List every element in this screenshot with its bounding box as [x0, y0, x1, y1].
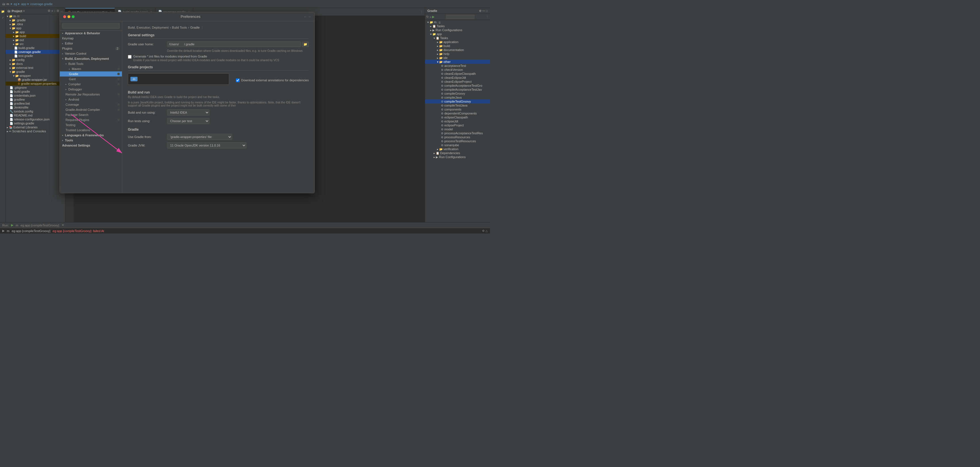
tree-gradle-main[interactable]: ▾ 📂 gradle: [6, 70, 65, 74]
pref-nav-appearance[interactable]: ▸ Appearance & Behavior: [60, 30, 122, 36]
tree-readme[interactable]: 📄 README.md: [6, 113, 65, 117]
right-expand-icon[interactable]: □: [486, 10, 488, 13]
pref-nav-languages[interactable]: ▸ Languages & Frameworks: [60, 133, 122, 138]
minimize-button[interactable]: [67, 15, 70, 18]
pref-nav-advanced[interactable]: Advanced Settings: [60, 143, 122, 148]
tree-wrapper[interactable]: ▾ 📂 wrapper: [6, 74, 65, 78]
close-run-icon[interactable]: ✕: [62, 223, 64, 227]
pref-nav-package-search[interactable]: Package Search: [60, 112, 122, 117]
right-documentation[interactable]: ▸ 📂 documentation: [425, 48, 490, 52]
tree-gradlew-bat[interactable]: 📄 gradlew.bat: [6, 102, 65, 105]
right-compile-acceptance-gro[interactable]: ⚙ compileAcceptanceTestGro: [425, 84, 490, 87]
tree-root[interactable]: ▾ 📁 m -fir: [6, 14, 65, 18]
right-process-test-resources[interactable]: ⚙ processTestResources: [425, 139, 490, 143]
add-icon[interactable]: +: [430, 15, 431, 19]
use-gradle-from-select[interactable]: 'gradle-wrapper.properties' file Specifi…: [167, 134, 232, 140]
gradle-jvm-select[interactable]: 11 Oracle OpenJDK version 11.0.16: [167, 142, 247, 148]
right-eclipse-jdt[interactable]: ⚙ eclipseJdt: [425, 119, 490, 123]
right-compile-acceptance-jav[interactable]: ⚙ compileAcceptanceTestJav: [425, 87, 490, 92]
tree-release-config[interactable]: 📄 release-configuration.json: [6, 117, 65, 121]
right-compile-java[interactable]: ⚙ compileJava: [425, 95, 490, 100]
pref-nav-gradle[interactable]: Gradle: [60, 71, 122, 76]
right-eclipse-classpath[interactable]: ⚙ eclipseClasspath: [425, 115, 490, 119]
pref-nav-build-execution[interactable]: ▾ Build, Execution, Deployment: [60, 56, 122, 61]
pref-nav-required-plugins[interactable]: Required Plugins: [60, 117, 122, 122]
pref-breadcrumb-icon[interactable]: ⋮: [201, 26, 204, 29]
right-compile-groovy[interactable]: ⚙ compileGroovy: [425, 92, 490, 95]
tree-src-folder[interactable]: ▸ 📂 src: [6, 42, 65, 46]
right-clean-eclipse-classpath[interactable]: ⚙ cleanEclipseClasspath: [425, 72, 490, 76]
run-settings-icon[interactable]: ⚙: [482, 229, 485, 232]
pref-search-input[interactable]: [62, 23, 120, 29]
tree-app-sub[interactable]: ▸ 📂 app: [6, 30, 65, 34]
right-sonarqube[interactable]: ⚙ sonarqube: [425, 143, 490, 147]
tree-jenkinsfile[interactable]: 📄 Jenkinsfile: [6, 105, 65, 110]
sync-icon[interactable]: ↕: [54, 9, 56, 13]
right-clean-eclipse-jdt[interactable]: ⚙ cleanEclipseJdt: [425, 76, 490, 79]
right-ide[interactable]: ▸ 📂 ide: [425, 56, 490, 60]
gradle-search-input[interactable]: [446, 15, 474, 19]
tree-lombok[interactable]: 🔧 lombok.config: [6, 110, 65, 113]
generate-iml-checkbox[interactable]: [128, 55, 132, 59]
tree-gradle-folder[interactable]: ▸ 📂 .gradle: [6, 18, 65, 22]
play-icon[interactable]: ▶: [432, 15, 434, 19]
right-run-configs-app[interactable]: ▸ ▶ Run Configurations: [425, 155, 490, 159]
pref-nav-tools[interactable]: ▸ Tools: [60, 138, 122, 143]
pref-nav-plugins[interactable]: Plugins 2: [60, 46, 122, 51]
folder-browse-icon[interactable]: 📁: [302, 42, 309, 47]
tree-gradle-wrapper-props[interactable]: ⚙ gradle-wrapper.properties: [6, 82, 65, 86]
download-annotations-checkbox[interactable]: [236, 78, 240, 82]
right-run-configs[interactable]: ▸ ▶ Run Configurations: [425, 28, 490, 32]
right-acceptance-test[interactable]: ⚙ acceptanceTest: [425, 64, 490, 68]
right-app-tasks[interactable]: ▾ 📋 Tasks: [425, 36, 490, 40]
project-selector[interactable]: 🗂 m: [2, 2, 9, 6]
maximize-button[interactable]: [72, 15, 75, 18]
right-other[interactable]: ▾ 📂 other: [425, 60, 490, 64]
right-verification[interactable]: ▸ 📂 verification: [425, 147, 490, 151]
pref-nav-version-control[interactable]: ▸ Version Control: [60, 51, 122, 56]
right-app-folder[interactable]: ▾ 📁 app: [425, 32, 490, 36]
pref-nav-android[interactable]: ▸ Android: [60, 97, 122, 102]
close-button[interactable]: [63, 15, 66, 18]
tree-docs[interactable]: ▸ 📂 docs: [6, 62, 65, 66]
pref-nav-gradle-android-compiler[interactable]: Gradle-Android Compiler: [60, 107, 122, 112]
tree-credentials[interactable]: 📄 credentials.json: [6, 94, 65, 97]
right-dependent-components[interactable]: ⚙ dependentComponents: [425, 111, 490, 115]
pref-forward-icon[interactable]: →: [308, 15, 311, 18]
right-process-acceptance[interactable]: ⚙ processAcceptanceTestRes: [425, 131, 490, 135]
pref-nav-keymap[interactable]: Keymap: [60, 36, 122, 41]
tree-build-gradle[interactable]: 📄 build.gradle: [6, 46, 65, 50]
pref-nav-remote-jar[interactable]: Remote Jar Repositories: [60, 92, 122, 97]
tree-gradle-wrapper-jar[interactable]: 📦 gradle-wrapper.jar: [6, 78, 65, 82]
right-application[interactable]: ▸ 📂 application: [425, 40, 490, 44]
right-settings-icon[interactable]: ⚙: [479, 10, 482, 13]
project-nav-icon[interactable]: 📁: [0, 9, 5, 14]
right-tree-root[interactable]: ▾ 📁 m ...g: [425, 20, 490, 24]
run-tests-using-select[interactable]: Choose per test Gradle IntelliJ IDEA: [167, 118, 210, 124]
run-expand-icon[interactable]: △: [485, 229, 488, 232]
right-build[interactable]: ▸ 📂 build: [425, 44, 490, 48]
gradle-user-home-input[interactable]: [167, 41, 301, 47]
tree-external-test[interactable]: ▸ 📂 external-test: [6, 66, 65, 70]
tree-config[interactable]: ▸ 📂 config: [6, 58, 65, 62]
pref-nav-coverage[interactable]: Coverage: [60, 102, 122, 107]
pref-nav-gant[interactable]: Gant: [60, 76, 122, 82]
more-icon[interactable]: ⋮: [486, 15, 489, 19]
tree-coverage-gradle[interactable]: 📄 coverage.gradle: [6, 50, 65, 54]
right-model[interactable]: ⚙ model: [425, 127, 490, 131]
right-compile-test-java[interactable]: ⚙ compileTestJava: [425, 103, 490, 107]
right-eclipse-project[interactable]: ⚙ eclipseProject: [425, 123, 490, 127]
config-icon[interactable]: ⚙: [56, 9, 59, 13]
build-run-using-select[interactable]: IntelliJ IDEA Gradle: [167, 110, 210, 116]
tree-settings-gradle[interactable]: 📄 settings.gradle: [6, 121, 65, 125]
pref-nav-editor[interactable]: ▸ Editor: [60, 41, 122, 46]
pref-nav-debugger[interactable]: ▸ Debugger: [60, 87, 122, 92]
tree-test-gradle[interactable]: 📄 test.gradle: [6, 54, 65, 58]
right-dependencies[interactable]: ▸ 📋 Dependencies: [425, 151, 490, 155]
pref-nav-testing[interactable]: Testing: [60, 122, 122, 127]
tree-gradlew[interactable]: 📄 gradlew: [6, 97, 65, 102]
more-tabs-icon[interactable]: ⋮: [420, 10, 423, 13]
tree-idea-folder[interactable]: ▸ 📂 .idea: [6, 22, 65, 26]
pref-nav-maven[interactable]: ▸ Maven: [60, 66, 122, 71]
tree-scratches[interactable]: ▸ ✏ Scratches and Consoles: [6, 129, 65, 133]
